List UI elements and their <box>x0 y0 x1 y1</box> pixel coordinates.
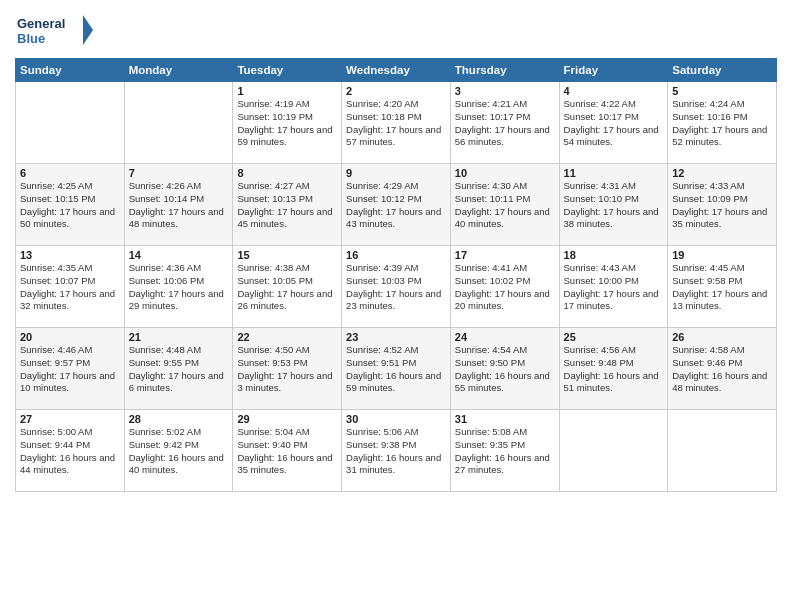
page-header: General Blue <box>15 10 777 50</box>
day-info: Sunrise: 4:43 AMSunset: 10:00 PMDaylight… <box>564 262 664 313</box>
day-number: 14 <box>129 249 229 261</box>
col-header-sunday: Sunday <box>16 59 125 82</box>
week-row-1: 1Sunrise: 4:19 AMSunset: 10:19 PMDayligh… <box>16 82 777 164</box>
day-info: Sunrise: 4:46 AMSunset: 9:57 PMDaylight:… <box>20 344 120 395</box>
day-cell: 8Sunrise: 4:27 AMSunset: 10:13 PMDayligh… <box>233 164 342 246</box>
day-cell: 23Sunrise: 4:52 AMSunset: 9:51 PMDayligh… <box>342 328 451 410</box>
day-info: Sunrise: 4:21 AMSunset: 10:17 PMDaylight… <box>455 98 555 149</box>
day-cell: 7Sunrise: 4:26 AMSunset: 10:14 PMDayligh… <box>124 164 233 246</box>
day-number: 21 <box>129 331 229 343</box>
week-row-5: 27Sunrise: 5:00 AMSunset: 9:44 PMDayligh… <box>16 410 777 492</box>
col-header-wednesday: Wednesday <box>342 59 451 82</box>
day-cell: 30Sunrise: 5:06 AMSunset: 9:38 PMDayligh… <box>342 410 451 492</box>
day-cell: 16Sunrise: 4:39 AMSunset: 10:03 PMDaylig… <box>342 246 451 328</box>
day-info: Sunrise: 4:31 AMSunset: 10:10 PMDaylight… <box>564 180 664 231</box>
day-number: 4 <box>564 85 664 97</box>
day-number: 31 <box>455 413 555 425</box>
day-cell: 18Sunrise: 4:43 AMSunset: 10:00 PMDaylig… <box>559 246 668 328</box>
col-header-saturday: Saturday <box>668 59 777 82</box>
day-info: Sunrise: 5:04 AMSunset: 9:40 PMDaylight:… <box>237 426 337 477</box>
day-number: 1 <box>237 85 337 97</box>
col-header-friday: Friday <box>559 59 668 82</box>
day-info: Sunrise: 4:52 AMSunset: 9:51 PMDaylight:… <box>346 344 446 395</box>
day-number: 24 <box>455 331 555 343</box>
day-info: Sunrise: 4:33 AMSunset: 10:09 PMDaylight… <box>672 180 772 231</box>
day-number: 13 <box>20 249 120 261</box>
day-number: 30 <box>346 413 446 425</box>
col-header-tuesday: Tuesday <box>233 59 342 82</box>
day-number: 2 <box>346 85 446 97</box>
day-info: Sunrise: 4:48 AMSunset: 9:55 PMDaylight:… <box>129 344 229 395</box>
day-cell: 31Sunrise: 5:08 AMSunset: 9:35 PMDayligh… <box>450 410 559 492</box>
day-info: Sunrise: 4:35 AMSunset: 10:07 PMDaylight… <box>20 262 120 313</box>
svg-marker-2 <box>83 15 93 45</box>
day-number: 11 <box>564 167 664 179</box>
day-info: Sunrise: 4:29 AMSunset: 10:12 PMDaylight… <box>346 180 446 231</box>
day-cell: 29Sunrise: 5:04 AMSunset: 9:40 PMDayligh… <box>233 410 342 492</box>
day-cell: 25Sunrise: 4:56 AMSunset: 9:48 PMDayligh… <box>559 328 668 410</box>
header-row: SundayMondayTuesdayWednesdayThursdayFrid… <box>16 59 777 82</box>
day-info: Sunrise: 5:00 AMSunset: 9:44 PMDaylight:… <box>20 426 120 477</box>
calendar-table: SundayMondayTuesdayWednesdayThursdayFrid… <box>15 58 777 492</box>
day-info: Sunrise: 4:41 AMSunset: 10:02 PMDaylight… <box>455 262 555 313</box>
day-number: 27 <box>20 413 120 425</box>
day-info: Sunrise: 4:19 AMSunset: 10:19 PMDaylight… <box>237 98 337 149</box>
day-cell: 21Sunrise: 4:48 AMSunset: 9:55 PMDayligh… <box>124 328 233 410</box>
day-number: 18 <box>564 249 664 261</box>
day-number: 6 <box>20 167 120 179</box>
col-header-thursday: Thursday <box>450 59 559 82</box>
calendar-page: General Blue SundayMondayTuesdayWednesda… <box>0 0 792 612</box>
day-info: Sunrise: 4:45 AMSunset: 9:58 PMDaylight:… <box>672 262 772 313</box>
day-number: 25 <box>564 331 664 343</box>
col-header-monday: Monday <box>124 59 233 82</box>
day-cell: 17Sunrise: 4:41 AMSunset: 10:02 PMDaylig… <box>450 246 559 328</box>
day-cell: 10Sunrise: 4:30 AMSunset: 10:11 PMDaylig… <box>450 164 559 246</box>
day-number: 20 <box>20 331 120 343</box>
day-number: 26 <box>672 331 772 343</box>
day-number: 15 <box>237 249 337 261</box>
day-cell: 5Sunrise: 4:24 AMSunset: 10:16 PMDayligh… <box>668 82 777 164</box>
day-cell: 22Sunrise: 4:50 AMSunset: 9:53 PMDayligh… <box>233 328 342 410</box>
day-cell: 4Sunrise: 4:22 AMSunset: 10:17 PMDayligh… <box>559 82 668 164</box>
day-number: 19 <box>672 249 772 261</box>
day-cell: 11Sunrise: 4:31 AMSunset: 10:10 PMDaylig… <box>559 164 668 246</box>
day-cell <box>124 82 233 164</box>
logo-svg: General Blue <box>15 10 95 50</box>
day-info: Sunrise: 4:22 AMSunset: 10:17 PMDaylight… <box>564 98 664 149</box>
day-number: 16 <box>346 249 446 261</box>
day-info: Sunrise: 5:08 AMSunset: 9:35 PMDaylight:… <box>455 426 555 477</box>
day-number: 5 <box>672 85 772 97</box>
day-number: 12 <box>672 167 772 179</box>
day-info: Sunrise: 4:36 AMSunset: 10:06 PMDaylight… <box>129 262 229 313</box>
day-number: 9 <box>346 167 446 179</box>
week-row-2: 6Sunrise: 4:25 AMSunset: 10:15 PMDayligh… <box>16 164 777 246</box>
day-number: 28 <box>129 413 229 425</box>
day-info: Sunrise: 4:24 AMSunset: 10:16 PMDaylight… <box>672 98 772 149</box>
day-info: Sunrise: 4:27 AMSunset: 10:13 PMDaylight… <box>237 180 337 231</box>
day-cell: 28Sunrise: 5:02 AMSunset: 9:42 PMDayligh… <box>124 410 233 492</box>
day-number: 23 <box>346 331 446 343</box>
logo: General Blue <box>15 10 95 50</box>
day-info: Sunrise: 4:50 AMSunset: 9:53 PMDaylight:… <box>237 344 337 395</box>
day-cell: 2Sunrise: 4:20 AMSunset: 10:18 PMDayligh… <box>342 82 451 164</box>
day-cell: 1Sunrise: 4:19 AMSunset: 10:19 PMDayligh… <box>233 82 342 164</box>
day-cell: 24Sunrise: 4:54 AMSunset: 9:50 PMDayligh… <box>450 328 559 410</box>
day-cell <box>559 410 668 492</box>
day-cell: 3Sunrise: 4:21 AMSunset: 10:17 PMDayligh… <box>450 82 559 164</box>
week-row-3: 13Sunrise: 4:35 AMSunset: 10:07 PMDaylig… <box>16 246 777 328</box>
day-info: Sunrise: 4:38 AMSunset: 10:05 PMDaylight… <box>237 262 337 313</box>
day-info: Sunrise: 4:56 AMSunset: 9:48 PMDaylight:… <box>564 344 664 395</box>
day-cell: 19Sunrise: 4:45 AMSunset: 9:58 PMDayligh… <box>668 246 777 328</box>
week-row-4: 20Sunrise: 4:46 AMSunset: 9:57 PMDayligh… <box>16 328 777 410</box>
day-cell: 6Sunrise: 4:25 AMSunset: 10:15 PMDayligh… <box>16 164 125 246</box>
day-number: 29 <box>237 413 337 425</box>
day-number: 8 <box>237 167 337 179</box>
day-cell: 27Sunrise: 5:00 AMSunset: 9:44 PMDayligh… <box>16 410 125 492</box>
day-cell: 14Sunrise: 4:36 AMSunset: 10:06 PMDaylig… <box>124 246 233 328</box>
day-cell: 13Sunrise: 4:35 AMSunset: 10:07 PMDaylig… <box>16 246 125 328</box>
day-info: Sunrise: 4:26 AMSunset: 10:14 PMDaylight… <box>129 180 229 231</box>
day-info: Sunrise: 5:06 AMSunset: 9:38 PMDaylight:… <box>346 426 446 477</box>
day-number: 22 <box>237 331 337 343</box>
svg-text:Blue: Blue <box>17 31 45 46</box>
day-cell: 12Sunrise: 4:33 AMSunset: 10:09 PMDaylig… <box>668 164 777 246</box>
